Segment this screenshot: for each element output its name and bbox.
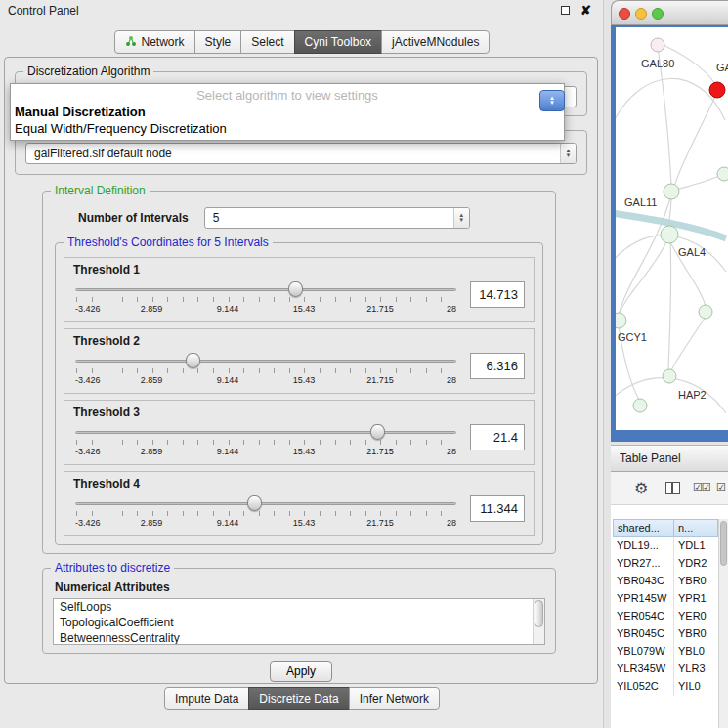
node[interactable]: [633, 399, 647, 412]
node-label: GCY1: [618, 331, 647, 343]
slider-scale: -3.426 2.859 9.144 15.43 21.715 28: [75, 304, 456, 316]
threshold-value-field[interactable]: 6.316: [470, 353, 525, 379]
scrollbar-thumb[interactable]: [720, 521, 727, 566]
node[interactable]: [717, 167, 728, 181]
column-header-name[interactable]: n...: [673, 519, 718, 537]
number-of-intervals-value: 5: [213, 211, 220, 225]
dropdown-item-equal-width[interactable]: Equal Width/Frequency Discretization: [11, 120, 564, 137]
group-title: Interval Definition: [51, 184, 150, 197]
zoom-traffic-light[interactable]: [652, 8, 664, 20]
scrollbar-thumb[interactable]: [535, 600, 543, 627]
slider-ticks: [76, 368, 456, 373]
columns-icon[interactable]: [665, 482, 680, 494]
function-icon[interactable]: ☑: [716, 481, 726, 493]
slider-thumb[interactable]: [370, 424, 385, 440]
tab-cyni-toolbox[interactable]: Cyni Toolbox: [294, 30, 382, 54]
apply-button[interactable]: Apply: [270, 661, 332, 682]
scale-label: 28: [447, 375, 456, 385]
thresholds-group: Threshold's Coordinates for 5 Intervals …: [55, 242, 543, 545]
dropdown-item-manual[interactable]: Manual Discretization: [11, 104, 564, 120]
threshold-value-field[interactable]: 11.344: [470, 495, 525, 522]
close-icon[interactable]: ✘: [580, 3, 591, 18]
number-of-intervals-label: Number of Intervals: [78, 211, 189, 225]
node-gal11[interactable]: [664, 184, 679, 199]
scale-label: 2.859: [141, 518, 163, 528]
minimize-traffic-light[interactable]: [635, 8, 647, 20]
scale-label: 9.144: [217, 518, 239, 528]
scale-label: 15.43: [293, 447, 316, 456]
network-frame: GAL80 GA GAL11 GAL4 GCY1 HAP2: [611, 25, 728, 442]
node-hap2[interactable]: [663, 369, 676, 383]
table-row[interactable]: YIL052CYIL0: [613, 678, 718, 696]
node-gal80[interactable]: [651, 38, 664, 52]
threshold-panel: Threshold 3 -3.426 2.859 9.144 15.43: [64, 400, 535, 465]
node-gcy1[interactable]: [616, 313, 626, 328]
list-item[interactable]: BetweennessCentrality: [54, 630, 544, 645]
tab-jactivemnodules[interactable]: jActiveMNodules: [381, 30, 490, 54]
tab-style[interactable]: Style: [194, 30, 242, 54]
node-selected-red[interactable]: [709, 82, 725, 98]
table-row[interactable]: YDL19...YDL1: [613, 537, 718, 555]
dropdown-placeholder-item[interactable]: Select algorithm to view settings: [11, 86, 564, 104]
float-window-icon[interactable]: [561, 6, 570, 15]
slider-track: [75, 288, 456, 291]
table-data-combobox[interactable]: galFiltered.sif default node ▲▼: [25, 143, 577, 164]
scale-label: 21.715: [366, 518, 394, 528]
threshold-value-field[interactable]: 21.4: [470, 424, 525, 450]
scale-label: 28: [447, 518, 456, 528]
select-columns-icon[interactable]: ☑☑: [693, 481, 710, 493]
network-graph: GAL80 GA GAL11 GAL4 GCY1 HAP2: [616, 27, 728, 430]
node-gal4[interactable]: [661, 226, 678, 243]
slider-track: [75, 502, 456, 505]
threshold-slider[interactable]: -3.426 2.859 9.144 15.43 21.715 28: [73, 493, 458, 533]
apply-row: Apply: [5, 661, 597, 682]
tab-impute-data[interactable]: Impute Data: [164, 687, 249, 710]
group-title: Threshold's Coordinates for 5 Intervals: [64, 236, 273, 249]
table-row[interactable]: YDR27...YDR2: [613, 555, 718, 573]
threshold-slider[interactable]: -3.426 2.859 9.144 15.43 21.715 28: [73, 279, 458, 319]
scale-label: 21.715: [366, 447, 394, 456]
gear-icon[interactable]: ⚙: [634, 479, 648, 497]
table-row[interactable]: YBR045CYBR0: [613, 625, 718, 643]
node-label: GAL11: [624, 196, 657, 208]
slider-thumb[interactable]: [288, 281, 303, 297]
threshold-label: Threshold 3: [73, 406, 525, 422]
table-row[interactable]: YBL079WYBL0: [613, 643, 718, 661]
tab-discretize-data[interactable]: Discretize Data: [248, 687, 349, 710]
scale-label: -3.426: [75, 375, 101, 385]
tab-label: Infer Network: [360, 692, 429, 706]
slider-thumb[interactable]: [247, 495, 262, 511]
cell: YBL0: [674, 643, 718, 661]
threshold-slider[interactable]: -3.426 2.859 9.144 15.43 21.715 28: [73, 422, 458, 461]
table-row[interactable]: YLR345WYLR3: [613, 661, 718, 678]
tab-label: Network: [142, 35, 185, 49]
slider-ticks: [76, 511, 456, 516]
tab-infer-network[interactable]: Infer Network: [349, 687, 440, 710]
threshold-panel: Threshold 4 -3.426 2.859 9.144 15.43: [64, 471, 535, 536]
combo-stepper-icon: ▲▼: [453, 208, 469, 228]
threshold-slider[interactable]: -3.426 2.859 9.144 15.43 21.715 28: [73, 351, 458, 390]
threshold-label: Threshold 2: [73, 334, 525, 351]
threshold-value-field[interactable]: 14.713: [470, 281, 525, 308]
number-of-intervals-combobox[interactable]: 5 ▲▼: [204, 207, 470, 229]
table-row[interactable]: YBR043CYBR0: [613, 573, 718, 590]
tab-network[interactable]: Network: [114, 30, 195, 54]
network-window-titlebar: [611, 0, 728, 25]
scale-label: -3.426: [75, 304, 101, 314]
table-row[interactable]: YER054CYER0: [613, 608, 718, 625]
tab-select[interactable]: Select: [240, 30, 294, 54]
cell: YBR0: [674, 625, 718, 643]
list-item[interactable]: SelfLoops: [54, 599, 544, 615]
close-traffic-light[interactable]: [619, 8, 630, 20]
list-item[interactable]: TopologicalCoefficient: [54, 615, 544, 630]
network-canvas[interactable]: GAL80 GA GAL11 GAL4 GCY1 HAP2: [616, 27, 728, 430]
column-header-shared-name[interactable]: shared...: [613, 519, 674, 537]
slider-thumb[interactable]: [186, 353, 200, 368]
node[interactable]: [699, 305, 712, 319]
tab-label: jActiveMNodules: [392, 35, 479, 49]
algorithm-combo-button[interactable]: ▲▼: [539, 90, 565, 111]
table-scrollbar[interactable]: [718, 519, 728, 728]
table-row[interactable]: YPR145WYPR1: [613, 590, 718, 608]
scale-label: 28: [447, 304, 456, 314]
list-scrollbar[interactable]: [533, 599, 544, 644]
